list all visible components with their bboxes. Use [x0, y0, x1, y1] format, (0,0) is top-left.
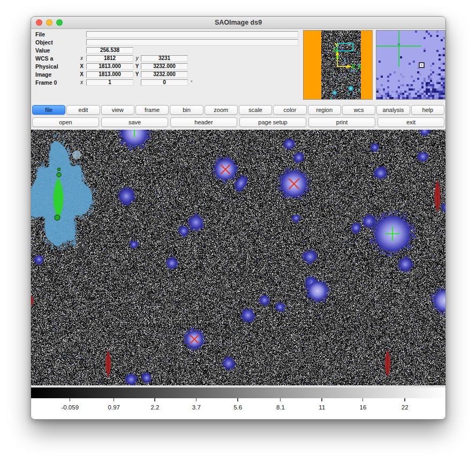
print-button[interactable]: print	[308, 117, 375, 127]
colorbar-tick-label: 3.7	[192, 404, 201, 411]
frame-label: Frame 0	[31, 79, 77, 86]
menu-button-bin[interactable]: bin	[170, 105, 203, 115]
menu-button-file[interactable]: file	[32, 105, 65, 115]
colorbar[interactable]	[31, 388, 445, 398]
colorbar-tick	[404, 398, 405, 401]
object-label: Object	[31, 39, 77, 46]
colorbar-tick	[70, 398, 71, 401]
image-y-field[interactable]: 3232.000	[141, 71, 188, 78]
panner-canvas[interactable]	[304, 31, 372, 99]
value-field[interactable]: 256.538	[86, 47, 133, 54]
colorbar-tick-label: 5.6	[233, 404, 242, 411]
degree-symbol: °	[191, 80, 193, 85]
colorbar-tick	[321, 398, 322, 401]
object-field[interactable]	[86, 39, 298, 46]
wcs-y-sublabel: y	[133, 55, 141, 61]
image-x-field[interactable]: 1813.000	[86, 71, 133, 78]
save-button[interactable]: save	[101, 117, 168, 127]
colorbar-tick	[280, 398, 281, 401]
zoom-button[interactable]	[56, 19, 63, 26]
file-label: File	[31, 31, 77, 38]
colorbar-tick-label: 2.2	[150, 404, 159, 411]
menu-button-zoom[interactable]: zoom	[205, 105, 238, 115]
panner-panel[interactable]	[303, 30, 373, 100]
ds9-window: SAOImage ds9 File Object Value 256.538 W…	[31, 16, 446, 420]
colorbar-scale: -0.0590.972.23.75.68.1111622	[31, 398, 445, 420]
image-label: Image	[31, 71, 77, 78]
image-x-sublabel: X	[77, 71, 86, 77]
titlebar[interactable]: SAOImage ds9	[31, 17, 445, 29]
colorbar-tick	[154, 398, 155, 401]
open-button[interactable]: open	[32, 117, 99, 127]
colorbar-tick	[362, 398, 364, 401]
colorbar-tick-label: 11	[319, 404, 325, 411]
wcs-label: WCS a	[31, 55, 77, 62]
colorbar-tick	[196, 398, 197, 401]
magnifier-panel	[376, 30, 445, 100]
wcs-y-field[interactable]: 3231	[141, 55, 188, 62]
menu-button-wcs[interactable]: wcs	[342, 105, 375, 115]
file-field[interactable]	[86, 31, 298, 38]
colorbar-tick-label: 8.1	[276, 404, 285, 411]
menu-button-analysis[interactable]: analysis	[376, 105, 410, 115]
colorbar-tick	[237, 398, 238, 401]
image-y-sublabel: Y	[133, 71, 141, 77]
colorbar-tick-label: 22	[402, 404, 409, 411]
value-label: Value	[31, 47, 77, 54]
menu-button-help[interactable]: help	[411, 105, 444, 115]
menu-bar: file edit view frame bin zoom scale colo…	[31, 102, 445, 117]
physical-y-sublabel: Y	[133, 63, 141, 69]
wcs-x-sublabel: x	[77, 55, 86, 61]
frame-rotate-field[interactable]: 0	[141, 79, 188, 86]
frame-x-sublabel: x	[77, 79, 86, 85]
physical-x-sublabel: X	[77, 63, 86, 69]
physical-y-field[interactable]: 3232.000	[141, 63, 188, 70]
menu-button-color[interactable]: color	[273, 105, 306, 115]
wcs-x-field[interactable]: 1812	[86, 55, 133, 62]
physical-label: Physical	[31, 63, 77, 70]
frame-zoom-field[interactable]: 1	[86, 79, 133, 86]
image-canvas[interactable]	[31, 130, 445, 385]
menu-button-region[interactable]: region	[308, 105, 341, 115]
menu-button-frame[interactable]: frame	[135, 105, 169, 115]
menu-button-scale[interactable]: scale	[239, 105, 272, 115]
magnifier-canvas	[376, 31, 445, 99]
physical-x-field[interactable]: 1813.000	[86, 63, 133, 70]
colorbar-canvas[interactable]	[31, 388, 446, 398]
colorbar-tick-label: -0.059	[61, 404, 79, 411]
colorbar-tick-label: 16	[360, 404, 367, 411]
colorbar-tick-label: 0.97	[108, 404, 120, 411]
exit-button[interactable]: exit	[377, 117, 444, 127]
image-display[interactable]	[31, 130, 445, 385]
page-setup-button[interactable]: page setup	[239, 117, 306, 127]
menu-button-view[interactable]: view	[101, 105, 134, 115]
close-button[interactable]	[36, 19, 42, 26]
file-actions-bar: open save header page setup print exit	[31, 117, 445, 130]
minimize-button[interactable]	[46, 19, 52, 26]
info-panel: File Object Value 256.538 WCS a x 1812 y…	[31, 29, 445, 102]
window-title: SAOImage ds9	[215, 19, 262, 26]
header-button[interactable]: header	[170, 117, 237, 127]
colorbar-tick	[114, 398, 115, 401]
menu-button-edit[interactable]: edit	[66, 105, 100, 115]
